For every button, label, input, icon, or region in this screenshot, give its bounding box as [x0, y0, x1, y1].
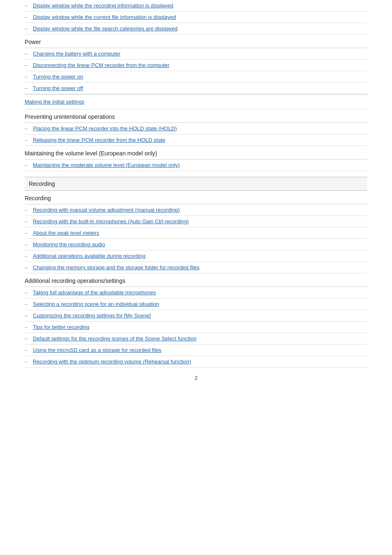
indent-marker: – — [25, 207, 33, 213]
toc-link[interactable]: Turning the power on — [33, 74, 83, 80]
about-peak-level-link[interactable]: About the peak level meters — [33, 230, 99, 236]
preventing-section: Preventing unintentional operations – Pl… — [25, 109, 367, 146]
toc-link[interactable]: Maintaining the moderate volume level (E… — [33, 162, 180, 168]
toc-link[interactable]: Placing the linear PCM recorder into the… — [33, 125, 177, 132]
power-section: Power – Charging the battery with a comp… — [25, 35, 367, 94]
display-links-group: – Display window while the recording inf… — [25, 0, 367, 35]
indent-marker: – — [25, 347, 33, 353]
indent-marker: – — [25, 86, 33, 91]
indent-marker: – — [25, 3, 33, 9]
toc-row: – Display window while the recording inf… — [25, 0, 367, 12]
indent-marker: – — [25, 313, 33, 319]
toc-row: – Display window while the current file … — [25, 12, 367, 23]
toc-row: – Turning the power off — [25, 83, 367, 94]
indent-marker: – — [25, 26, 33, 32]
maintaining-volume-section: Maintaining the volume level (European m… — [25, 146, 367, 171]
indent-marker: – — [25, 126, 33, 132]
preventing-header: Preventing unintentional operations — [25, 109, 367, 123]
indent-marker: – — [25, 219, 33, 224]
toc-link[interactable]: Recording with the built-in microphones … — [33, 218, 189, 224]
indent-marker: – — [25, 74, 33, 80]
toc-row: – Monitoring the recording audio — [25, 239, 367, 250]
toc-row: – Placing the linear PCM recorder into t… — [25, 123, 367, 134]
indent-marker: – — [25, 290, 33, 296]
toc-link[interactable]: Recording with manual volume adjustment … — [33, 207, 180, 213]
toc-link[interactable]: Disconnecting the linear PCM recorder fr… — [33, 62, 169, 68]
toc-link[interactable]: Changing the memory storage and the stor… — [33, 264, 199, 271]
toc-row: – Selecting a recording scene for an ind… — [25, 298, 367, 310]
toc-row: – Additional operations available during… — [25, 250, 367, 262]
toc-row: – About the peak level meters — [25, 227, 367, 239]
indent-marker: – — [25, 324, 33, 330]
indent-marker: – — [25, 230, 33, 236]
toc-row: – Default settings for the recording sce… — [25, 333, 367, 345]
indent-marker: – — [25, 242, 33, 247]
indent-marker: – — [25, 253, 33, 259]
toc-link[interactable]: Recording with the optimum recording vol… — [33, 358, 191, 365]
additional-recording-section: Additional recording operations/settings… — [25, 273, 367, 368]
toc-row: – Customizing the recording settings for… — [25, 310, 367, 321]
toc-row: – Releasing the linear PCM recorder from… — [25, 134, 367, 146]
toc-row: – Turning the power on — [25, 71, 367, 83]
indent-marker: – — [25, 162, 33, 168]
toc-row: – Disconnecting the linear PCM recorder … — [25, 60, 367, 71]
indent-marker: – — [25, 359, 33, 365]
toc-link[interactable]: Taking full advantage of the adjustable … — [33, 289, 156, 296]
power-header: Power — [25, 35, 367, 48]
toc-link[interactable]: Display window while the current file in… — [33, 14, 176, 20]
recording-subsection-header: Recording — [25, 191, 367, 204]
toc-row: – Recording with manual volume adjustmen… — [25, 204, 367, 216]
tips-for-better-recording-link[interactable]: Tips for better recording — [33, 324, 90, 330]
toc-link[interactable]: Charging the battery with a computer — [33, 51, 120, 57]
toc-row: – Changing the memory storage and the st… — [25, 262, 367, 273]
toc-link[interactable]: Additional operations available during r… — [33, 253, 145, 259]
indent-marker: – — [25, 62, 33, 68]
indent-marker: – — [25, 14, 33, 20]
power-links: – Charging the battery with a computer –… — [25, 48, 367, 94]
indent-marker: – — [25, 336, 33, 342]
toc-row: – Taking full advantage of the adjustabl… — [25, 287, 367, 298]
toc-link[interactable]: Monitoring the recording audio — [33, 241, 105, 247]
recording-subsection: Recording – Recording with manual volume… — [25, 191, 367, 273]
toc-row: – Tips for better recording — [25, 321, 367, 333]
page-number: 2 — [25, 368, 367, 384]
toc-row: – Display window while the file search c… — [25, 23, 367, 35]
indent-marker: – — [25, 51, 33, 57]
indent-marker: – — [25, 137, 33, 143]
toc-link[interactable]: Releasing the linear PCM recorder from t… — [33, 137, 165, 143]
toc-row: – Charging the battery with a computer — [25, 48, 367, 60]
toc-row: – Maintaining the moderate volume level … — [25, 160, 367, 171]
toc-link[interactable]: Turning the power off — [33, 85, 83, 91]
toc-row: – Recording with the built-in microphone… — [25, 216, 367, 227]
toc-link[interactable]: Display window while the file search cat… — [33, 25, 178, 32]
toc-row: – Recording with the optimum recording v… — [25, 356, 367, 368]
preventing-links: – Placing the linear PCM recorder into t… — [25, 123, 367, 146]
toc-link[interactable]: Default settings for the recording scene… — [33, 335, 196, 342]
making-initial-link[interactable]: Making the initial settings — [25, 99, 84, 105]
recording-section-title: Recording — [25, 177, 367, 191]
indent-marker: – — [25, 301, 33, 307]
toc-link[interactable]: Selecting a recording scene for an indiv… — [33, 301, 159, 307]
toc-link[interactable]: Customizing the recording settings for [… — [33, 312, 151, 319]
maintaining-volume-links: – Maintaining the moderate volume level … — [25, 159, 367, 171]
maintaining-volume-header: Maintaining the volume level (European m… — [25, 146, 367, 159]
recording-links: – Recording with manual volume adjustmen… — [25, 204, 367, 273]
toc-link[interactable]: Display window while the recording infor… — [33, 2, 173, 9]
toc-link[interactable]: Using the microSD card as a storage for … — [33, 347, 161, 353]
making-initial-row: Making the initial settings — [25, 94, 367, 109]
additional-recording-header: Additional recording operations/settings — [25, 273, 367, 287]
indent-marker: – — [25, 265, 33, 271]
toc-row: – Using the microSD card as a storage fo… — [25, 345, 367, 356]
additional-recording-links: – Taking full advantage of the adjustabl… — [25, 287, 367, 368]
